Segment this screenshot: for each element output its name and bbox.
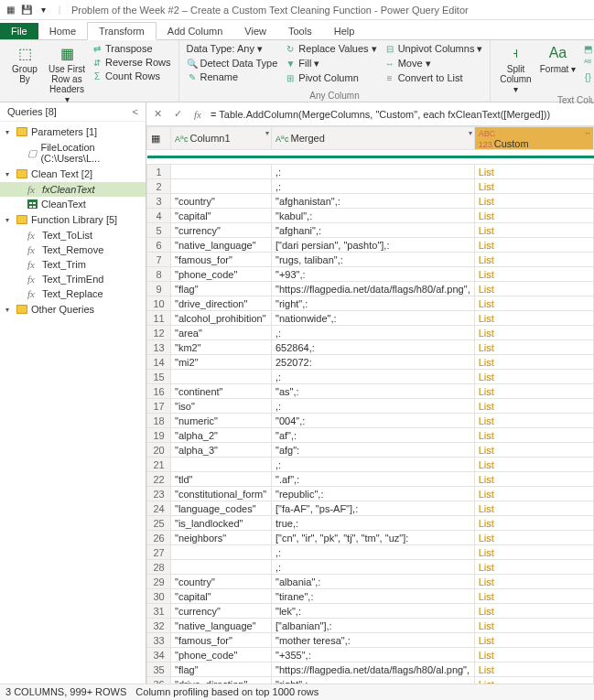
cell-merged[interactable]: "https://flagpedia.net/data/flags/h80/af… [272, 282, 475, 296]
cell-merged[interactable]: ,: [272, 179, 475, 194]
row-number[interactable]: 29 [147, 575, 171, 589]
row-number[interactable]: 33 [147, 633, 171, 648]
tab-tools[interactable]: Tools [277, 23, 323, 39]
cell-custom[interactable]: List [474, 370, 593, 384]
cell-column1[interactable]: "famous_for" [171, 253, 272, 267]
table-row[interactable]: 18"numeric""004",:List [147, 414, 594, 428]
cell-column1[interactable]: "km2" [171, 340, 272, 355]
cell-merged[interactable]: ,: [272, 545, 475, 560]
cell-column1[interactable] [171, 179, 272, 194]
rename-button[interactable]: ✎Rename [185, 70, 280, 83]
cell-custom[interactable]: List [474, 238, 593, 253]
reverse-rows-button[interactable]: ⇵Reverse Rows [90, 56, 173, 69]
row-number[interactable]: 4 [147, 209, 171, 223]
table-row[interactable]: 28,:List [147, 560, 594, 575]
cell-custom[interactable]: List [474, 267, 593, 282]
row-number[interactable]: 20 [147, 443, 171, 458]
cell-custom[interactable]: List [474, 575, 593, 589]
row-number[interactable]: 7 [147, 253, 171, 267]
row-number[interactable]: 31 [147, 604, 171, 619]
cell-custom[interactable]: List [474, 296, 593, 311]
detect-type-button[interactable]: 🔍Detect Data Type [185, 57, 280, 70]
group-by-button[interactable]: ⬚Group By [5, 42, 44, 84]
table-row[interactable]: 17"iso",:List [147, 399, 594, 414]
cell-column1[interactable] [171, 370, 272, 384]
row-number[interactable]: 21 [147, 458, 171, 472]
cell-merged[interactable]: true,: [272, 516, 475, 531]
row-number[interactable]: 32 [147, 619, 171, 633]
cell-merged[interactable]: "mother teresa",: [272, 633, 475, 648]
cell-merged[interactable]: "nationwide",: [272, 311, 475, 326]
expand-icon[interactable]: ↔ [584, 129, 591, 137]
cell-merged[interactable]: "afghanistan",: [272, 194, 475, 209]
cell-merged[interactable]: ["albanian"],: [272, 619, 475, 633]
table-row[interactable]: 1,:List [147, 165, 594, 179]
cell-column1[interactable]: "tld" [171, 472, 272, 487]
table-row[interactable]: 3"country""afghanistan",:List [147, 194, 594, 209]
row-number[interactable]: 26 [147, 531, 171, 545]
table-row[interactable]: 21,:List [147, 458, 594, 472]
cell-custom[interactable]: List [474, 487, 593, 501]
cell-merged[interactable]: ".af",: [272, 472, 475, 487]
cell-column1[interactable]: "alpha_2" [171, 428, 272, 443]
row-number[interactable]: 27 [147, 545, 171, 560]
cell-custom[interactable]: List [474, 355, 593, 370]
cell-column1[interactable]: "native_language" [171, 238, 272, 253]
row-number[interactable]: 23 [147, 487, 171, 501]
cell-custom[interactable]: List [474, 326, 593, 340]
cell-column1[interactable]: "currency" [171, 223, 272, 238]
cell-custom[interactable]: List [474, 311, 593, 326]
row-number[interactable]: 17 [147, 399, 171, 414]
row-number[interactable]: 24 [147, 501, 171, 516]
row-number[interactable]: 36 [147, 677, 171, 684]
table-row[interactable]: 10"drive_direction""right",:List [147, 296, 594, 311]
cell-merged[interactable]: ["cn", "ir", "pk", "tj", "tm", "uz"]: [272, 531, 475, 545]
query-folder[interactable]: Function Library [5] [0, 211, 146, 228]
cell-column1[interactable] [171, 165, 272, 179]
table-row[interactable]: 31"currency""lek",:List [147, 604, 594, 619]
cell-custom[interactable]: List [474, 619, 593, 633]
table-row[interactable]: 2,:List [147, 179, 594, 194]
cell-custom[interactable]: List [474, 414, 593, 428]
cell-merged[interactable]: ,: [272, 370, 475, 384]
cell-merged[interactable]: "https://flagpedia.net/data/flags/h80/al… [272, 662, 475, 677]
row-number[interactable]: 3 [147, 194, 171, 209]
transpose-button[interactable]: ⇄Transpose [90, 42, 173, 55]
tab-home[interactable]: Home [38, 23, 87, 39]
table-row[interactable]: 35"flag""https://flagpedia.net/data/flag… [147, 662, 594, 677]
file-tab[interactable]: File [0, 23, 38, 39]
table-row[interactable]: 22"tld"".af",:List [147, 472, 594, 487]
tab-add-column[interactable]: Add Column [157, 23, 234, 39]
cell-column1[interactable]: "numeric" [171, 414, 272, 428]
cell-custom[interactable]: List [474, 223, 593, 238]
col-merged[interactable]: AᴮcMerged▾ [272, 127, 475, 150]
cell-custom[interactable]: List [474, 209, 593, 223]
table-row[interactable]: 30"capital""tirane",:List [147, 589, 594, 604]
cell-column1[interactable]: "flag" [171, 662, 272, 677]
row-number[interactable]: 10 [147, 296, 171, 311]
tab-view[interactable]: View [233, 23, 277, 39]
query-folder[interactable]: Other Queries [0, 301, 146, 318]
cell-custom[interactable]: List [474, 516, 593, 531]
tab-transform[interactable]: Transform [87, 22, 157, 40]
cell-merged[interactable]: "+355",: [272, 648, 475, 662]
cell-column1[interactable]: "drive_direction" [171, 296, 272, 311]
cell-custom[interactable]: List [474, 677, 593, 684]
query-folder[interactable]: Parameters [1] [0, 124, 146, 140]
row-number[interactable]: 2 [147, 179, 171, 194]
row-number[interactable]: 35 [147, 662, 171, 677]
convert-list-button[interactable]: ≡Convert to List [383, 71, 485, 84]
row-number[interactable]: 22 [147, 472, 171, 487]
table-row[interactable]: 9"flag""https://flagpedia.net/data/flags… [147, 282, 594, 296]
cell-custom[interactable]: List [474, 179, 593, 194]
cell-column1[interactable]: "country" [171, 575, 272, 589]
cell-column1[interactable] [171, 458, 272, 472]
query-item[interactable]: fxText_Trim [0, 257, 146, 272]
cell-column1[interactable]: "area" [171, 326, 272, 340]
cell-custom[interactable]: List [474, 282, 593, 296]
cell-merged[interactable]: "afg": [272, 443, 475, 458]
cell-custom[interactable]: List [474, 458, 593, 472]
cell-column1[interactable]: "phone_code" [171, 267, 272, 282]
extract-button[interactable]: ᴬᴮExtract ▾ [580, 56, 594, 70]
cell-custom[interactable]: List [474, 648, 593, 662]
